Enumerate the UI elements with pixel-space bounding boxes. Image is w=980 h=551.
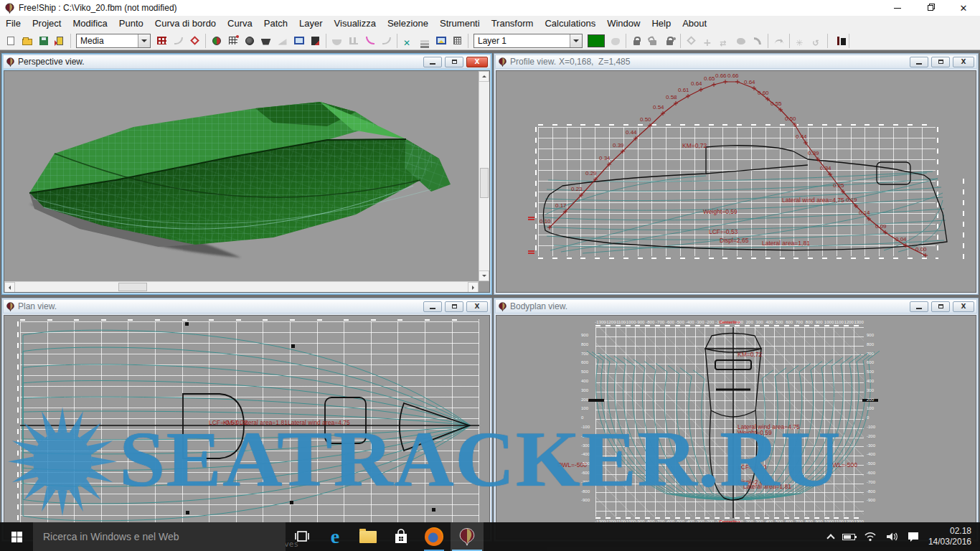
intersections-dialog-button[interactable] [400,33,416,49]
menu-project[interactable]: Project [27,16,67,32]
project-settings-button[interactable] [449,33,466,49]
exit-program-button[interactable] [52,33,68,49]
bodyplan-canvas[interactable]: KM=0,72Lateral wind area=4,75Weight=0,59… [496,315,976,540]
align-points-button [683,33,699,49]
task-view-button[interactable] [286,522,319,551]
scroll-left-button[interactable] [4,282,15,293]
show-control-net-button[interactable] [154,33,170,49]
show-background-image-icon [294,37,304,44]
window-restore-button[interactable] [914,0,947,16]
vertical-scroll-thumb[interactable] [480,168,489,198]
show-flowlines-button[interactable] [362,33,378,49]
viewport-close-button[interactable]: X [466,301,488,312]
extrude-edges-button [749,33,765,49]
menu-selezione[interactable]: Selezione [382,16,434,32]
scroll-up-button[interactable] [479,71,489,82]
notifications-icon[interactable] [907,531,920,542]
menu-curva-di-bordo[interactable]: Curva di bordo [149,16,222,32]
show-grid-button[interactable] [225,33,241,49]
show-stations-button[interactable] [258,33,274,49]
battery-icon[interactable] [842,534,855,540]
viewport-maximize-button[interactable] [445,301,463,312]
viewport-close-button[interactable]: X [953,301,974,312]
menu-curva[interactable]: Curva [222,16,258,32]
menu-calculations[interactable]: Calculations [539,16,601,32]
delete-selection-button[interactable] [830,33,847,49]
menu-transform[interactable]: Transform [486,16,540,32]
check-model-button[interactable] [187,33,203,49]
taskbar-freeship-button[interactable] [451,522,484,551]
window-close-button[interactable]: ✕ [947,0,980,16]
axis-label: -900 [867,498,875,502]
save-file-button[interactable] [35,33,52,49]
wifi-icon[interactable] [864,532,877,542]
show-interior-edges-button[interactable] [241,33,258,49]
lock-all-points-button[interactable] [661,33,678,49]
menu-strumenti[interactable]: Strumenti [434,16,486,32]
app-title: Free!Ship : C:\Viko_20.fbm (not modified… [19,3,177,13]
viewport-minimize-button[interactable] [423,57,442,67]
new-file-button[interactable] [2,33,19,49]
svg-text:KM=0,72: KM=0,72 [738,351,763,358]
scroll-right-button[interactable] [468,282,479,293]
start-button[interactable] [0,522,33,551]
menu-visualizza[interactable]: Visualizza [329,16,382,32]
menu-about[interactable]: About [677,16,712,32]
design-hydrostatics-button[interactable] [307,33,324,49]
chevron-down-icon[interactable] [138,34,150,47]
viewport-maximize-button[interactable] [445,57,463,67]
chevron-down-icon[interactable] [570,34,582,47]
window-minimize-button[interactable] [881,0,914,16]
store-icon [393,528,409,545]
plan-canvas[interactable]: LCF=-0,53KM=0,72Lateral area=1,81Lateral… [4,315,490,540]
viewport-minimize-button[interactable] [910,301,928,312]
horizontal-scroll-thumb[interactable] [118,283,147,291]
menu-punto[interactable]: Punto [113,16,149,32]
menu-patch[interactable]: Patch [258,16,293,32]
tray-time: 02.18 [928,526,971,537]
svg-text:0.64: 0.64 [691,80,702,87]
open-file-button[interactable] [19,33,35,49]
menu-file[interactable]: File [0,16,27,32]
menu-window[interactable]: Window [601,16,646,32]
precision-dropdown[interactable]: Media [76,34,151,48]
horizontal-scrollbar[interactable] [4,281,479,292]
menu-layer[interactable]: Layer [293,16,329,32]
tray-chevron-up-icon[interactable] [826,534,834,542]
layer-dropdown[interactable]: Layer 1 [473,34,583,48]
lock-points-button[interactable] [628,33,645,49]
profile-canvas[interactable]: 0.100.170.230.290.340.390.440.500.540.58… [496,70,976,293]
plan-view-titlebar[interactable]: Plan view. X [3,299,491,314]
taskbar-store-button[interactable] [385,522,418,551]
perspective-canvas[interactable] [4,70,490,293]
vertical-scrollbar[interactable] [479,71,489,281]
unlock-points-button[interactable] [645,33,661,49]
viewport-close-button[interactable]: X [466,57,488,67]
taskbar-edge-button[interactable]: e [319,522,352,551]
viewport-close-button[interactable]: X [953,57,974,67]
viewport-maximize-button[interactable] [931,57,950,67]
taskbar-firefox-button[interactable] [418,522,451,551]
taskbar-search-input[interactable] [33,522,286,551]
viewport-maximize-button[interactable] [931,301,950,312]
show-background-image-button[interactable] [291,33,307,49]
perspective-view-titlebar[interactable]: Perspective view. X [3,55,491,69]
import-background-image-button[interactable] [433,33,449,49]
volume-icon[interactable] [885,532,898,542]
menu-modifica[interactable]: Modifica [67,16,113,32]
taskbar-clock[interactable]: 02.18 14/03/2016 [928,526,971,547]
profile-view-titlebar[interactable]: Profile view. X=0,168, Z=1,485 X [495,55,977,69]
hydrostatic-features-button [329,33,345,49]
extrude-edges-icon [754,37,761,44]
menu-help[interactable]: Help [646,16,677,32]
bodyplan-view-titlebar[interactable]: Bodyplan view. X [495,299,977,314]
viewport-minimize-button[interactable] [910,57,928,67]
show-control-curves-button [170,33,187,49]
viewport-minimize-button[interactable] [423,301,442,312]
layers-dialog-button[interactable] [416,33,433,49]
mdi-workspace: Perspective view. X [0,50,980,551]
layer-color-swatch[interactable] [588,34,605,47]
scroll-down-button[interactable] [479,270,489,281]
show-both-sides-button[interactable] [208,33,225,49]
taskbar-file-explorer-button[interactable] [352,522,385,551]
